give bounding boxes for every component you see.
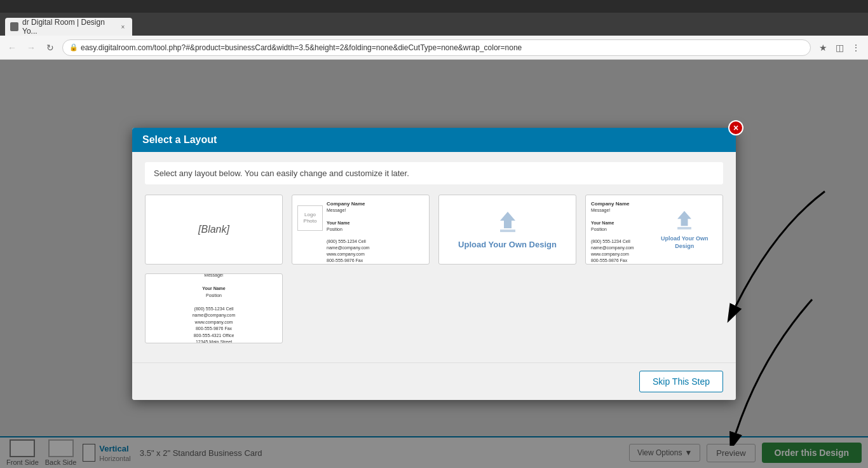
card-company-2: Company Name bbox=[591, 200, 648, 207]
extensions-btn[interactable]: ◫ bbox=[832, 41, 846, 55]
card5-phone: (800) 555-1234 Cell bbox=[153, 306, 275, 313]
skip-this-step-btn[interactable]: Skip This Step bbox=[639, 371, 723, 392]
menu-btn[interactable]: ⋮ bbox=[849, 41, 863, 55]
card-website-2: www.company.com bbox=[591, 251, 648, 258]
tab-bar: dr Digital Room | Design Yo... × bbox=[0, 13, 868, 36]
reload-btn[interactable]: ↻ bbox=[43, 41, 57, 55]
card-text-area: Company Name Message! Your Name Position… bbox=[327, 200, 424, 259]
modal-overlay: Select a Layout × Select any layout belo… bbox=[0, 60, 868, 468]
upload-text-1: Upload Your Own Design bbox=[458, 240, 557, 251]
upload-card-1: Upload Your Own Design bbox=[458, 209, 557, 251]
svg-marker-2 bbox=[677, 211, 691, 226]
card-position: Position bbox=[327, 226, 424, 233]
card-message-2: Message! bbox=[591, 207, 648, 214]
card-website: www.company.com bbox=[327, 251, 424, 258]
card-preview-upload-text: Company Name Message! Your Name Position… bbox=[586, 195, 722, 264]
modal-subtitle: Select any layout below. You can easily … bbox=[145, 162, 723, 184]
upload-area-2: Upload Your Own Design bbox=[652, 200, 717, 259]
forward-btn[interactable]: → bbox=[24, 41, 38, 55]
layout-centered-text[interactable]: Company Name Message! Your Name Position… bbox=[145, 273, 283, 343]
tab-favicon bbox=[10, 22, 18, 31]
modal-title: Select a Layout bbox=[142, 134, 217, 145]
card-text-area-2: Company Name Message! Your Name Position… bbox=[591, 200, 648, 259]
card-name-2: Your Name bbox=[591, 220, 648, 226]
card-fax-2: 800-555-9876 Fax bbox=[591, 258, 648, 264]
card-company: Company Name bbox=[327, 200, 424, 207]
card5-office: 800-555-4321 Office bbox=[153, 333, 275, 340]
card-email-2: name@company.com bbox=[591, 245, 648, 251]
layout-logo-text[interactable]: LogoPhoto Company Name Message! Your Nam… bbox=[292, 195, 430, 265]
layout-grid-row1: [Blank] LogoPhoto Company Name Message! … bbox=[145, 195, 723, 265]
card-email: name@company.com bbox=[327, 245, 424, 251]
arrow-annotation-2 bbox=[723, 293, 837, 446]
tab-label: dr Digital Room | Design Yo... bbox=[22, 18, 115, 36]
svg-rect-1 bbox=[500, 230, 515, 232]
select-layout-modal: Select a Layout × Select any layout belo… bbox=[132, 128, 736, 400]
card5-message: Message! bbox=[153, 273, 275, 279]
lock-icon: 🔒 bbox=[69, 43, 78, 52]
card-preview-logo-text: LogoPhoto Company Name Message! Your Nam… bbox=[292, 195, 429, 264]
url-box[interactable]: 🔒 easy.digitalroom.com/tool.php?#&produc… bbox=[62, 39, 811, 56]
layout-upload-2[interactable]: Company Name Message! Your Name Position… bbox=[585, 195, 723, 265]
layout-grid-row2: Company Name Message! Your Name Position… bbox=[145, 273, 723, 343]
card5-address: 12345 Main Street bbox=[153, 339, 275, 343]
card-preview-centered: Company Name Message! Your Name Position… bbox=[146, 274, 282, 343]
bookmark-btn[interactable]: ★ bbox=[816, 41, 830, 55]
layout-blank[interactable]: [Blank] bbox=[145, 195, 283, 265]
browser-titlebar bbox=[0, 0, 868, 13]
card5-fax: 800-555-9876 Fax bbox=[153, 326, 275, 333]
card-fax: 800-555-9876 Fax bbox=[327, 258, 424, 264]
modal-header: Select a Layout × bbox=[132, 128, 736, 152]
back-btn[interactable]: ← bbox=[5, 41, 19, 55]
layout-upload-1[interactable]: Upload Your Own Design bbox=[438, 195, 576, 265]
upload-icon-1 bbox=[494, 209, 522, 237]
upload-text-2: Upload Your Own Design bbox=[652, 235, 717, 250]
browser-actions: ★ ◫ ⋮ bbox=[816, 41, 863, 55]
card5-name: Your Name bbox=[153, 286, 275, 292]
svg-rect-3 bbox=[677, 227, 691, 230]
blank-label: [Blank] bbox=[198, 224, 229, 235]
active-tab[interactable]: dr Digital Room | Design Yo... × bbox=[5, 18, 132, 36]
url-text: easy.digitalroom.com/tool.php?#&product=… bbox=[81, 43, 522, 52]
card-office-2: 800-555-4321 Office bbox=[591, 263, 648, 265]
card-name: Your Name bbox=[327, 220, 424, 226]
card5-content: Company Name Message! Your Name Position… bbox=[153, 273, 275, 343]
svg-marker-0 bbox=[500, 212, 515, 228]
card-position-2: Position bbox=[591, 226, 648, 233]
arrow-annotation-1 bbox=[723, 179, 837, 331]
card-phone-2: (800) 555-1234 Cell bbox=[591, 238, 648, 245]
modal-footer: Skip This Step bbox=[132, 362, 736, 400]
card5-position: Position bbox=[153, 292, 275, 299]
card-message: Message! bbox=[327, 207, 424, 214]
card-logo-area: LogoPhoto bbox=[297, 205, 323, 231]
page-background: Select a Layout × Select any layout belo… bbox=[0, 60, 868, 468]
card-phone: (800) 555-1234 Cell bbox=[327, 238, 424, 245]
upload-icon-2 bbox=[672, 209, 697, 234]
modal-body: Select any layout below. You can easily … bbox=[132, 152, 736, 362]
tab-close-btn[interactable]: × bbox=[119, 22, 127, 31]
card5-website: www.company.com bbox=[153, 319, 275, 326]
modal-close-btn[interactable]: × bbox=[728, 120, 743, 135]
card-office: 800-555-4321 Office bbox=[327, 263, 424, 265]
card5-email: name@company.com bbox=[153, 312, 275, 319]
address-bar: ← → ↻ 🔒 easy.digitalroom.com/tool.php?#&… bbox=[0, 36, 868, 60]
